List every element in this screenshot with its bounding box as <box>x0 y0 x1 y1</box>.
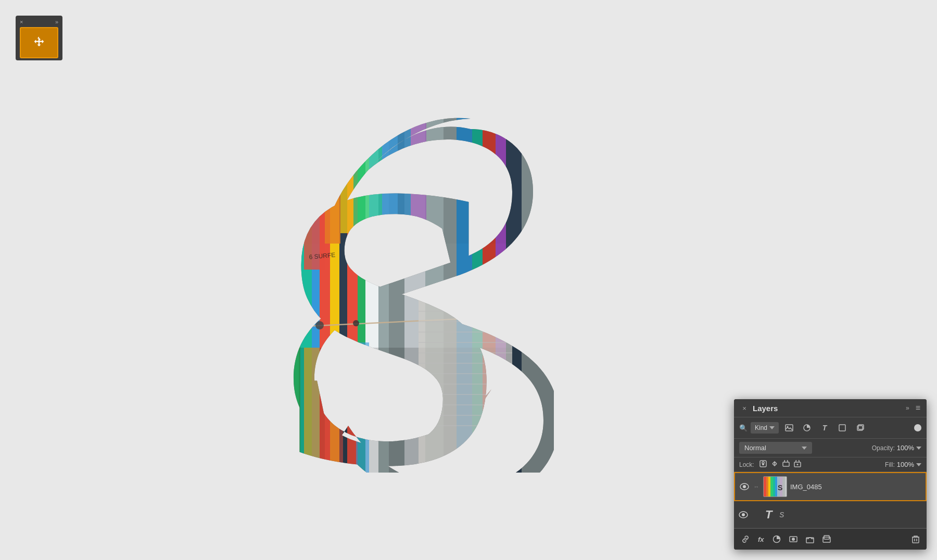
layer-visibility-toggle[interactable] <box>739 481 750 492</box>
toolbox: × » <box>16 16 62 60</box>
svg-rect-74 <box>764 477 766 497</box>
svg-rect-33 <box>411 87 426 233</box>
shape-filter-icon[interactable] <box>835 422 850 434</box>
svg-rect-27 <box>325 87 340 244</box>
layer-name: IMG_0485 <box>790 483 921 491</box>
lock-row: Lock: <box>734 457 927 472</box>
kind-filter-dropdown[interactable]: Kind <box>751 422 779 434</box>
svg-rect-43 <box>356 342 369 473</box>
add-fx-button[interactable]: fx <box>756 533 766 545</box>
text-filter-icon[interactable]: T <box>817 422 832 434</box>
fill-chevron-icon[interactable] <box>916 463 921 466</box>
adjustment-filter-icon[interactable] <box>800 422 814 434</box>
svg-rect-31 <box>382 87 398 233</box>
svg-point-35 <box>315 321 324 329</box>
filter-circle-toggle[interactable] <box>914 424 921 431</box>
svg-rect-28 <box>340 87 353 233</box>
svg-point-36 <box>353 320 359 326</box>
svg-rect-40 <box>278 337 299 473</box>
lock-artboard-icon[interactable] <box>782 460 790 469</box>
opacity-label: Opacity: <box>872 444 895 452</box>
s-letter-container: S <box>252 87 554 473</box>
panel-header: × Layers » ≡ <box>734 399 927 417</box>
layers-panel: × Layers » ≡ 🔍 Kind T <box>734 399 927 550</box>
panel-header-left: × Layers <box>740 404 778 413</box>
lock-position-icon[interactable] <box>771 460 778 469</box>
new-group-button[interactable] <box>804 533 816 545</box>
layer-thumbnail: S <box>763 476 787 497</box>
add-adjustment-button[interactable] <box>770 533 783 545</box>
add-layer-button[interactable] <box>820 533 833 545</box>
svg-rect-67 <box>762 463 764 465</box>
svg-rect-26 <box>304 87 325 270</box>
svg-point-70 <box>796 464 798 465</box>
delete-layer-button[interactable] <box>910 533 921 545</box>
svg-rect-42 <box>325 353 343 473</box>
move-tool-button[interactable] <box>20 27 58 58</box>
panel-title: Layers <box>753 404 778 413</box>
svg-rect-41 <box>304 348 320 473</box>
svg-rect-2 <box>252 87 268 473</box>
svg-rect-62 <box>839 425 845 431</box>
blend-mode-label: Normal <box>744 444 799 452</box>
text-layer-T-icon: T <box>765 508 772 521</box>
svg-rect-68 <box>783 462 789 466</box>
svg-rect-30 <box>369 87 382 244</box>
layer-link-icon: ↔ <box>753 483 760 490</box>
toolbox-header: × » <box>18 18 60 26</box>
text-layer-s-label: s <box>779 509 784 520</box>
svg-rect-78 <box>773 477 775 497</box>
lock-all-icon[interactable] <box>794 460 801 469</box>
fill-section: Fill: 100% <box>885 461 921 468</box>
svg-point-72 <box>743 485 746 488</box>
layers-list: ↔ S <box>734 472 927 528</box>
kind-filter-label: Kind <box>755 424 767 431</box>
svg-rect-32 <box>398 87 411 244</box>
smart-object-filter-icon[interactable] <box>853 422 867 434</box>
svg-point-87 <box>742 513 745 516</box>
svg-text:S: S <box>778 483 782 492</box>
search-icon: 🔍 <box>739 424 748 432</box>
svg-point-90 <box>792 538 795 541</box>
fill-label: Fill: <box>885 461 895 468</box>
opacity-chevron-icon[interactable] <box>916 447 921 450</box>
lock-icons-group <box>759 460 801 469</box>
svg-rect-94 <box>913 537 919 543</box>
layer-visibility-toggle[interactable] <box>738 510 749 520</box>
toolbox-expand-button[interactable]: » <box>55 19 58 25</box>
panel-close-button[interactable]: × <box>740 404 749 412</box>
svg-rect-75 <box>766 477 768 497</box>
svg-text:Bla: Bla <box>398 403 409 412</box>
filter-row: 🔍 Kind T <box>734 417 927 439</box>
svg-rect-76 <box>768 477 770 497</box>
panel-collapse-button[interactable]: » <box>906 404 909 412</box>
image-filter-icon[interactable] <box>782 422 796 434</box>
fill-value[interactable]: 100% <box>897 461 914 468</box>
opacity-section: Opacity: 100% <box>872 444 921 452</box>
lock-pixels-icon[interactable] <box>759 460 767 469</box>
opacity-value[interactable]: 100% <box>897 444 914 452</box>
panel-menu-button[interactable]: ≡ <box>916 403 920 413</box>
toolbox-close-button[interactable]: × <box>20 19 23 25</box>
panel-footer: fx <box>734 528 927 550</box>
svg-rect-77 <box>770 477 773 497</box>
layer-item[interactable]: T s <box>734 501 927 528</box>
add-mask-button[interactable] <box>787 533 800 545</box>
blend-mode-row: Normal Opacity: 100% <box>734 439 927 457</box>
link-layers-button[interactable] <box>739 533 752 545</box>
blend-mode-dropdown[interactable]: Normal <box>739 442 812 454</box>
layer-item[interactable]: ↔ S <box>734 472 927 501</box>
lock-label: Lock: <box>739 461 754 468</box>
svg-rect-29 <box>353 87 369 254</box>
